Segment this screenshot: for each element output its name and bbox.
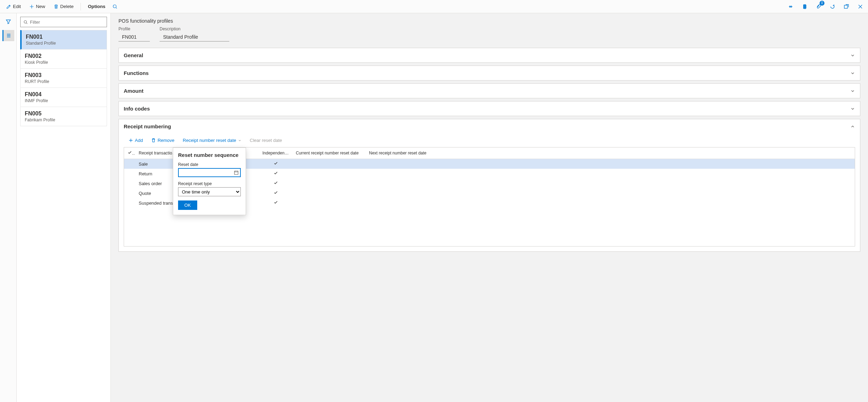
grid-reset-date-label: Receipt number reset date [183, 138, 236, 143]
receipt-grid: Receipt transaction type Independent se.… [124, 147, 855, 246]
options-button[interactable]: Options [84, 2, 109, 11]
grid-remove-label: Remove [158, 138, 174, 143]
plus-icon [29, 4, 34, 9]
row-selector[interactable] [124, 198, 135, 208]
col-next-reset[interactable]: Next receipt number reset date [366, 147, 439, 159]
link-icon-button[interactable] [786, 2, 796, 12]
popup-reset-date-input[interactable] [178, 168, 241, 177]
diamond-icon [788, 4, 793, 9]
list-item-code: FN002 [25, 53, 102, 59]
left-rail [0, 13, 17, 402]
chevron-down-icon [850, 71, 855, 76]
check-icon [274, 171, 278, 175]
funnel-icon [6, 19, 11, 24]
chevron-up-icon [850, 124, 855, 129]
profile-field-label: Profile [118, 26, 150, 31]
trash-icon [151, 138, 156, 143]
filter-input[interactable] [30, 20, 104, 25]
list-item[interactable]: FN005Fabrikam Profile [20, 107, 107, 126]
list-item[interactable]: FN003RURT Profile [20, 69, 107, 88]
section-receipt-numbering: Receipt numbering Add Remove [118, 119, 860, 252]
row-selector[interactable] [124, 179, 135, 188]
grid-remove-button[interactable]: Remove [148, 136, 178, 145]
list-item-desc: INMF Profile [25, 98, 102, 103]
search-icon [113, 4, 117, 9]
section-functions-header[interactable]: Functions [119, 66, 860, 80]
col-independent[interactable]: Independent se... [259, 147, 292, 159]
list-item-code: FN005 [25, 111, 102, 117]
row-selector[interactable] [124, 169, 135, 179]
search-button[interactable] [110, 2, 120, 11]
attachments-button[interactable]: 0 [814, 2, 823, 12]
delete-button[interactable]: Delete [50, 2, 77, 11]
description-field-value[interactable]: Standard Profile [160, 33, 229, 41]
chevron-down-icon [238, 139, 241, 142]
list-item[interactable]: FN004INMF Profile [20, 88, 107, 107]
top-action-bar: Edit New Delete Options [0, 0, 868, 13]
office-icon-button[interactable] [800, 2, 809, 12]
list-icon [6, 33, 11, 38]
section-general: General [118, 48, 860, 63]
grid-add-label: Add [135, 138, 143, 143]
profile-field-value[interactable]: FN001 [118, 33, 150, 41]
grid-reset-date-menu[interactable]: Receipt number reset date [179, 136, 245, 145]
popup-ok-button[interactable]: OK [178, 200, 197, 210]
list-item[interactable]: FN001Standard Profile [20, 30, 107, 50]
chevron-down-icon [850, 53, 855, 58]
popup-reset-type-select[interactable]: One time only [178, 187, 241, 196]
grid-select-all[interactable] [124, 147, 135, 159]
list-item-desc: Fabrikam Profile [25, 117, 102, 122]
list-item-desc: RURT Profile [25, 79, 102, 84]
row-independent [259, 198, 292, 208]
list-item-desc: Standard Profile [26, 41, 102, 46]
popup-title: Reset number sequence [178, 152, 241, 158]
svg-rect-3 [235, 171, 238, 175]
close-button[interactable] [855, 2, 865, 12]
divider [80, 3, 81, 10]
chevron-down-icon [850, 89, 855, 93]
rail-list-button[interactable] [2, 30, 14, 41]
section-amount-header[interactable]: Amount [119, 84, 860, 98]
grid-clear-reset-button: Clear reset date [246, 136, 286, 145]
filter-box[interactable] [20, 17, 107, 27]
section-general-header[interactable]: General [119, 48, 860, 62]
col-current-reset[interactable]: Current receipt number reset date [292, 147, 366, 159]
section-amount: Amount [118, 83, 860, 98]
section-info-codes-title: Info codes [124, 106, 150, 112]
close-icon [858, 4, 863, 9]
row-next-reset [366, 179, 439, 188]
grid-add-button[interactable]: Add [125, 136, 146, 145]
check-icon [274, 190, 278, 195]
row-independent [259, 179, 292, 188]
row-next-reset [366, 169, 439, 179]
popup-ok-label: OK [184, 203, 191, 208]
row-current-reset [292, 169, 366, 179]
check-icon [128, 150, 132, 155]
calendar-icon[interactable] [234, 170, 239, 175]
rail-filter-button[interactable] [2, 16, 14, 27]
popout-icon [844, 4, 849, 9]
description-field-label: Description [160, 26, 229, 31]
grid-clear-reset-label: Clear reset date [250, 138, 282, 143]
refresh-button[interactable] [828, 2, 837, 12]
attachments-badge: 0 [820, 1, 824, 6]
delete-label: Delete [60, 4, 74, 9]
main-content: POS functionality profiles Profile FN001… [111, 13, 868, 402]
chevron-down-icon [850, 106, 855, 111]
row-current-reset [292, 188, 366, 198]
profile-list: FN001Standard ProfileFN002Kiosk ProfileF… [20, 30, 107, 126]
edit-button[interactable]: Edit [3, 2, 24, 11]
section-receipt-numbering-header[interactable]: Receipt numbering [119, 119, 860, 134]
section-info-codes-header[interactable]: Info codes [119, 101, 860, 116]
row-selector[interactable] [124, 159, 135, 169]
popout-button[interactable] [842, 2, 851, 12]
section-amount-title: Amount [124, 88, 144, 94]
plus-icon [129, 138, 133, 143]
row-selector[interactable] [124, 188, 135, 198]
edit-label: Edit [13, 4, 21, 9]
list-item[interactable]: FN002Kiosk Profile [20, 50, 107, 69]
new-button[interactable]: New [26, 2, 49, 11]
popup-reset-date-label: Reset date [178, 162, 241, 167]
row-current-reset [292, 179, 366, 188]
col-rest [439, 147, 855, 159]
